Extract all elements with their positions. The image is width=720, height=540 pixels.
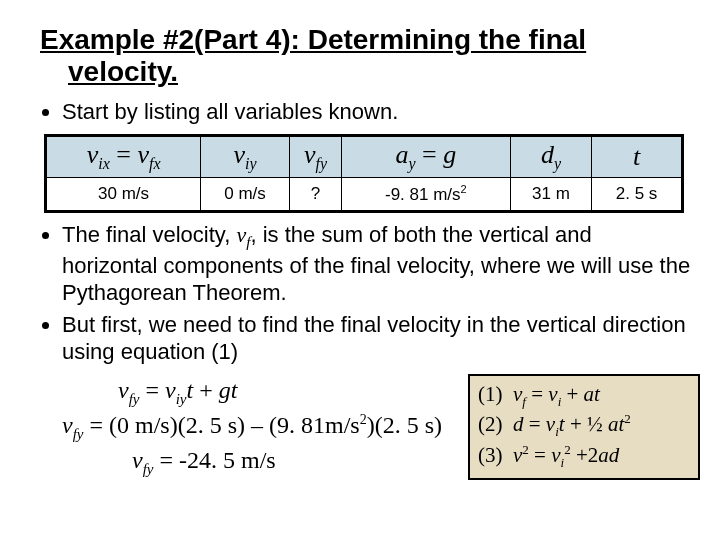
equations-box: (1) vf = vi + at (2) d = vit + ½ at2 (3)… xyxy=(468,374,700,480)
bullet-start: Start by listing all variables known. xyxy=(62,98,692,126)
val-dy: 31 m xyxy=(510,177,591,211)
table-value-row: 30 m/s 0 m/s ? -9. 81 m/s2 31 m 2. 5 s xyxy=(46,177,683,211)
calc-line-2: vfy = (0 m/s)(2. 5 s) – (9. 81m/s2)(2. 5… xyxy=(62,409,462,444)
calc-line-1: vfy = viyt + gt xyxy=(62,374,462,409)
eq-row-2: (2) d = vit + ½ at2 xyxy=(478,410,690,441)
col-viy: viy xyxy=(201,135,290,177)
bullet-first: But first, we need to find the final vel… xyxy=(62,311,692,366)
eq-row-1: (1) vf = vi + at xyxy=(478,380,690,411)
slide-title: Example #2(Part 4): Determining the fina… xyxy=(40,24,692,88)
bullet-list-mid: The final velocity, vf, is the sum of bo… xyxy=(44,221,692,366)
col-vfy: vfy xyxy=(289,135,341,177)
title-line-1: Example #2(Part 4): Determining the fina… xyxy=(40,24,586,55)
bullet-vf-sum: The final velocity, vf, is the sum of bo… xyxy=(62,221,692,307)
val-vix: 30 m/s xyxy=(46,177,201,211)
col-t: t xyxy=(592,135,683,177)
val-viy: 0 m/s xyxy=(201,177,290,211)
title-line-2: velocity. xyxy=(68,56,178,87)
col-ay: ay = g xyxy=(341,135,510,177)
slide: Example #2(Part 4): Determining the fina… xyxy=(0,0,720,540)
val-t: 2. 5 s xyxy=(592,177,683,211)
calc-line-3: vfy = -24. 5 m/s xyxy=(62,444,462,479)
bullet-list-top: Start by listing all variables known. xyxy=(44,98,692,126)
table-header-row: vix = vfx viy vfy ay = g dy t xyxy=(46,135,683,177)
variables-table: vix = vfx viy vfy ay = g dy t 30 m/s 0 m… xyxy=(44,134,684,213)
col-dy: dy xyxy=(510,135,591,177)
val-ay: -9. 81 m/s2 xyxy=(341,177,510,211)
val-vfy: ? xyxy=(289,177,341,211)
col-vix: vix = vfx xyxy=(46,135,201,177)
bottom-row: vfy = viyt + gt vfy = (0 m/s)(2. 5 s) – … xyxy=(62,374,692,480)
calculation-block: vfy = viyt + gt vfy = (0 m/s)(2. 5 s) – … xyxy=(62,374,462,479)
eq-row-3: (3) v2 = vi2 +2ad xyxy=(478,441,690,472)
